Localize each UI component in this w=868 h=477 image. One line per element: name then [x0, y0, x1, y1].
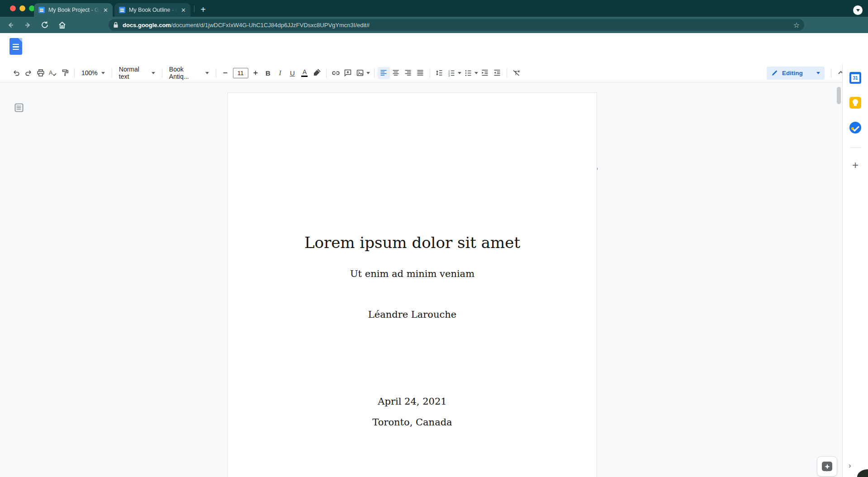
- editing-mode-button[interactable]: Editing: [767, 67, 825, 80]
- decrease-font-size-icon[interactable]: [219, 67, 232, 79]
- paragraph-style-select[interactable]: Normal text: [115, 67, 159, 79]
- chevron-down-icon: [152, 72, 155, 76]
- zoom-select[interactable]: 100%: [78, 67, 109, 79]
- tab-close-icon[interactable]: ✕: [181, 7, 186, 13]
- text-color-icon[interactable]: A: [299, 67, 311, 79]
- chevron-down-icon[interactable]: [458, 72, 461, 76]
- chevron-down-icon: [101, 72, 105, 76]
- underline-icon[interactable]: U: [286, 67, 299, 79]
- google-calendar-icon[interactable]: 31: [849, 72, 862, 84]
- bookmark-star-icon[interactable]: ☆: [793, 21, 800, 29]
- font-size-field[interactable]: 11: [233, 68, 248, 78]
- collapse-sidebar-icon[interactable]: ›: [849, 461, 851, 470]
- svg-text:A: A: [49, 70, 53, 76]
- lock-icon: [113, 22, 119, 28]
- minimize-window-button[interactable]: [19, 5, 25, 11]
- reload-icon[interactable]: [38, 18, 52, 32]
- url-omnibox[interactable]: docs.google.com/document/d/1jwDCFxIxW4G-…: [109, 19, 804, 31]
- insert-image-icon[interactable]: [354, 67, 366, 79]
- document-page[interactable]: Lorem ipsum dolor sit amet Ut enim ad mi…: [228, 92, 597, 477]
- line-spacing-icon[interactable]: [433, 67, 446, 79]
- document-date-text: April 24, 2021: [228, 396, 597, 407]
- companion-sidebar: 31 + ›: [842, 64, 868, 477]
- chevron-down-icon[interactable]: [474, 72, 478, 76]
- docs-toolbar: A 100% Normal text Book Antiq... 11 B I …: [0, 64, 868, 82]
- google-keep-icon[interactable]: [849, 96, 862, 109]
- tab-my-book-outline[interactable]: My Book Outline - Google Docs ✕: [114, 3, 190, 17]
- clear-formatting-icon[interactable]: T: [510, 67, 522, 79]
- google-docs-favicon: [119, 7, 125, 13]
- chevron-down-icon: [205, 72, 209, 76]
- window-controls: [10, 5, 35, 11]
- vertical-scrollbar-thumb[interactable]: [837, 87, 841, 104]
- browser-tab-strip: My Book Project - Google Docs ✕ My Book …: [0, 0, 868, 17]
- docs-header: My Book Project ☆ FileEditViewInsertForm…: [0, 33, 868, 64]
- sidebar-divider: [850, 148, 861, 148]
- explore-button[interactable]: [817, 456, 837, 477]
- new-tab-button[interactable]: +: [197, 4, 209, 15]
- browser-address-bar: docs.google.com/document/d/1jwDCFxIxW4G-…: [0, 17, 868, 33]
- bulleted-list-icon[interactable]: [462, 67, 474, 79]
- home-icon[interactable]: [55, 18, 69, 32]
- align-center-icon[interactable]: [390, 67, 402, 79]
- document-title-text: Lorem ipsum dolor sit amet: [228, 93, 597, 252]
- url-host: docs.google.com: [123, 22, 171, 29]
- tab-title: My Book Outline - Google Docs: [129, 7, 177, 13]
- calendar-day-label: 31: [851, 74, 859, 82]
- tab-divider: [194, 5, 194, 12]
- increase-indent-icon[interactable]: [491, 67, 503, 79]
- spelling-check-icon[interactable]: A: [47, 67, 59, 79]
- tab-my-book-project[interactable]: My Book Project - Google Docs ✕: [34, 3, 113, 17]
- pencil-icon: [771, 70, 778, 76]
- chevron-down-icon[interactable]: [366, 72, 370, 76]
- document-canvas: 21 12345678910111213141516171819 Lorem i…: [0, 82, 842, 477]
- close-window-button[interactable]: [10, 5, 16, 11]
- chevron-down-icon: [856, 9, 860, 14]
- back-icon[interactable]: [4, 18, 17, 32]
- highlight-color-icon[interactable]: [311, 67, 323, 79]
- show-document-outline-icon[interactable]: [14, 103, 24, 113]
- font-family-select[interactable]: Book Antiq...: [166, 67, 213, 79]
- undo-icon[interactable]: [10, 67, 22, 79]
- italic-icon[interactable]: I: [274, 67, 286, 79]
- forward-icon[interactable]: [21, 18, 34, 32]
- url-text: docs.google.com/document/d/1jwDCFxIxW4G-…: [123, 22, 370, 29]
- get-add-ons-icon[interactable]: +: [852, 159, 859, 172]
- increase-font-size-icon[interactable]: [250, 67, 262, 79]
- editing-mode-label: Editing: [782, 70, 812, 76]
- zoom-value: 100%: [81, 69, 98, 76]
- decrease-indent-icon[interactable]: [479, 67, 491, 79]
- google-docs-logo-icon[interactable]: [9, 38, 22, 55]
- explore-icon: [822, 462, 832, 471]
- print-icon[interactable]: [34, 67, 47, 79]
- document-author-text: Léandre Larouche: [228, 309, 597, 320]
- google-tasks-icon[interactable]: [849, 121, 862, 134]
- svg-text:3: 3: [448, 74, 450, 77]
- tab-title: My Book Project - Google Docs: [48, 7, 100, 13]
- align-justify-icon[interactable]: [414, 67, 427, 79]
- paragraph-style-value: Normal text: [119, 66, 148, 80]
- google-docs-favicon: [38, 7, 45, 13]
- tab-search-button[interactable]: [853, 5, 863, 15]
- align-left-icon[interactable]: [378, 67, 390, 79]
- url-path: /document/d/1jwDCFxIxW4G-UhC1CJ84dp6JJzF…: [171, 22, 370, 29]
- add-comment-icon[interactable]: [342, 67, 354, 79]
- font-family-value: Book Antiq...: [169, 66, 202, 80]
- paint-format-icon[interactable]: [59, 67, 71, 79]
- redo-icon[interactable]: [22, 67, 34, 79]
- insert-link-icon[interactable]: [330, 67, 342, 79]
- numbered-list-icon[interactable]: 123: [446, 67, 458, 79]
- chevron-down-icon: [816, 72, 820, 76]
- bold-icon[interactable]: B: [262, 67, 274, 79]
- document-subtitle-text: Ut enim ad minim veniam: [228, 268, 597, 279]
- document-location-text: Toronto, Canada: [228, 417, 597, 428]
- tab-close-icon[interactable]: ✕: [103, 7, 108, 13]
- align-right-icon[interactable]: [402, 67, 414, 79]
